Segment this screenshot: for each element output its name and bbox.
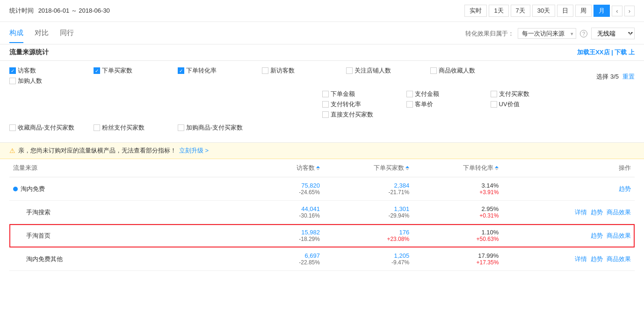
- time-btn-实时[interactable]: 实时: [464, 5, 487, 17]
- metric-checkbox-支付买家数[interactable]: [491, 91, 497, 97]
- metric-label[interactable]: 支付金额: [415, 90, 439, 98]
- conversion-label: 转化效果归属于：: [465, 29, 514, 38]
- tab-对比[interactable]: 对比: [35, 29, 49, 43]
- tabs-right-controls: 转化效果归属于： 每一次访问来源 ? 无线端: [465, 28, 635, 44]
- metric-checkbox-访客数[interactable]: [9, 67, 16, 74]
- metrics-section: 访客数下单买家数下单转化率新访客数关注店铺人数商品收藏人数加购人数选择 3/5重…: [0, 61, 644, 143]
- time-label: 统计时间: [9, 7, 34, 14]
- action-link-详情[interactable]: 详情: [575, 208, 587, 217]
- action-link-趋势[interactable]: 趋势: [591, 232, 603, 240]
- conversion-select[interactable]: 每一次访问来源: [518, 28, 576, 39]
- brand-name: 流量来源统计: [9, 48, 49, 57]
- cell-orders: 1,301-29.94%: [324, 201, 413, 224]
- metric-checkbox-粉丝支付买家数[interactable]: [94, 124, 100, 131]
- upgrade-link[interactable]: 立刻升级 >: [179, 146, 209, 155]
- time-btn-1天[interactable]: 1天: [489, 5, 508, 17]
- metric-checkbox-下单转化率[interactable]: [178, 67, 184, 74]
- metric-checkbox-收藏商品-支付买家数[interactable]: [9, 124, 16, 131]
- metric-label[interactable]: 支付买家数: [499, 90, 529, 98]
- brand-link[interactable]: 加载王XX店 | 下载 上: [577, 48, 635, 57]
- orders-sub: -21.71%: [388, 189, 409, 196]
- metric-checkbox-加购商品-支付买家数[interactable]: [178, 124, 184, 131]
- conv-sub: +50.63%: [477, 236, 499, 242]
- metric-item: 下单金额: [322, 90, 397, 98]
- conv-main: 17.99%: [478, 252, 499, 259]
- orders-main: 1,205: [394, 252, 410, 259]
- cell-source: 手淘搜索: [9, 201, 260, 224]
- alert-text: 亲，您尚未订购对应的流量纵横产品，无法查看部分指标！: [18, 146, 176, 155]
- visitors-main: 44,041: [301, 205, 320, 212]
- cell-action: 趋势商品效果: [502, 224, 635, 247]
- cell-visitors: 6,697-22.85%: [260, 247, 324, 271]
- orders-sub: -29.94%: [388, 212, 409, 219]
- metric-label[interactable]: 下单金额: [331, 90, 355, 98]
- metric-checkbox-UV价值[interactable]: [491, 101, 497, 108]
- metric-label[interactable]: 访客数: [18, 66, 36, 75]
- metric-item: 支付金额: [406, 90, 481, 98]
- metric-item: 关注店铺人数: [346, 66, 421, 75]
- metric-checkbox-支付金额[interactable]: [406, 91, 413, 97]
- metric-checkbox-下单金额[interactable]: [322, 91, 329, 97]
- metric-checkbox-关注店铺人数[interactable]: [346, 67, 353, 74]
- action-link-商品效果[interactable]: 商品效果: [607, 232, 631, 240]
- metric-checkbox-加购人数[interactable]: [9, 78, 16, 84]
- conv-sub: +0.31%: [479, 212, 499, 219]
- conversion-sort-icon[interactable]: [495, 166, 499, 170]
- cell-orders: 1,205-9.47%: [324, 247, 413, 271]
- tab-同行[interactable]: 同行: [60, 29, 74, 43]
- visitors-main: 15,982: [301, 229, 320, 236]
- metric-label[interactable]: 加购商品-支付买家数: [186, 124, 243, 132]
- metric-label[interactable]: 收藏商品-支付买家数: [18, 124, 74, 132]
- metric-item: 支付买家数: [491, 90, 565, 98]
- metric-checkbox-直接支付买家数[interactable]: [322, 111, 329, 118]
- metric-checkbox-下单买家数[interactable]: [94, 67, 100, 74]
- orders-sort-icon[interactable]: [405, 166, 409, 170]
- metric-label[interactable]: 直接支付买家数: [331, 110, 373, 119]
- prev-arrow[interactable]: ‹: [612, 6, 622, 16]
- metric-checkbox-新访客数[interactable]: [262, 67, 268, 74]
- time-btn-周[interactable]: 周: [575, 5, 592, 17]
- main-tabs: 构成对比同行: [9, 29, 74, 43]
- metric-checkbox-支付转化率[interactable]: [322, 101, 329, 108]
- metric-label[interactable]: UV价值: [499, 100, 520, 109]
- device-select[interactable]: 无线端: [591, 28, 635, 39]
- metric-label[interactable]: 关注店铺人数: [355, 66, 391, 75]
- metric-label[interactable]: 粉丝支付买家数: [102, 124, 145, 132]
- time-btn-日[interactable]: 日: [557, 5, 573, 17]
- table-header-row: 流量来源 访客数 下单买家数: [9, 159, 635, 177]
- time-btn-30天[interactable]: 30天: [532, 5, 555, 17]
- metric-label[interactable]: 下单买家数: [102, 66, 132, 75]
- cell-source: 淘内免费: [9, 177, 260, 201]
- metric-checkbox-客单价[interactable]: [406, 101, 413, 108]
- metric-label[interactable]: 下单转化率: [186, 66, 217, 75]
- help-icon[interactable]: ?: [580, 30, 587, 37]
- action-link-详情[interactable]: 详情: [575, 255, 587, 263]
- action-link-商品效果[interactable]: 商品效果: [607, 255, 631, 263]
- reset-link[interactable]: 重置: [622, 73, 635, 81]
- metric-label[interactable]: 商品收藏人数: [439, 66, 475, 75]
- metric-checkbox-商品收藏人数[interactable]: [430, 67, 437, 74]
- orders-sub: +23.08%: [387, 236, 409, 242]
- col-source: 流量来源: [9, 159, 260, 177]
- next-arrow[interactable]: ›: [624, 6, 635, 16]
- action-link-趋势[interactable]: 趋势: [591, 208, 603, 217]
- metric-label[interactable]: 加购人数: [18, 77, 42, 85]
- time-btn-7天[interactable]: 7天: [511, 5, 530, 17]
- orders-main: 1,301: [394, 205, 410, 212]
- cell-source: 淘内免费其他: [9, 247, 260, 271]
- visitors-sort-icon[interactable]: [316, 166, 320, 170]
- metric-label[interactable]: 新访客数: [270, 66, 295, 75]
- cell-source: 手淘首页: [9, 224, 260, 247]
- action-link-趋势[interactable]: 趋势: [619, 185, 631, 193]
- alert-bar: ⚠ 亲，您尚未订购对应的流量纵横产品，无法查看部分指标！ 立刻升级 >: [0, 143, 644, 159]
- metric-item: 加购人数: [9, 77, 84, 85]
- action-link-趋势[interactable]: 趋势: [591, 255, 603, 263]
- metric-label[interactable]: 支付转化率: [331, 100, 361, 109]
- visitors-main: 75,820: [301, 182, 320, 189]
- cell-action: 详情趋势商品效果: [502, 247, 635, 271]
- device-select-wrapper: 无线端: [591, 28, 635, 39]
- tab-构成[interactable]: 构成: [9, 29, 23, 43]
- time-btn-月[interactable]: 月: [593, 5, 610, 17]
- metric-label[interactable]: 客单价: [415, 100, 433, 109]
- action-link-商品效果[interactable]: 商品效果: [607, 208, 631, 217]
